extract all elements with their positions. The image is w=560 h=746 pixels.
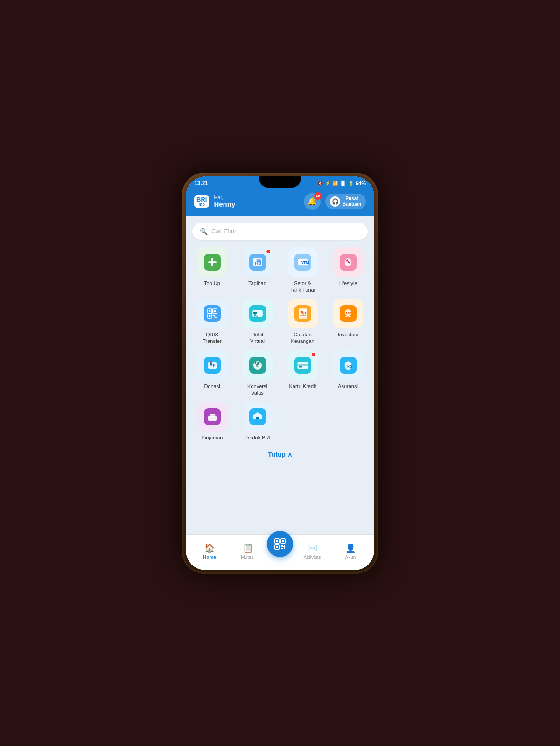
notification-button[interactable]: 🔔 19 (304, 193, 321, 210)
svg-text:Rp: Rp (255, 260, 261, 265)
feature-label-investasi: Investasi (338, 331, 358, 338)
svg-rect-59 (281, 548, 282, 549)
feature-icon-wrap-top-up (197, 247, 227, 277)
feature-setor-tarik[interactable]: ATMSetor & Tarik Tunai (283, 247, 322, 293)
feature-label-top-up: Top Up (204, 280, 220, 286)
battery-percent: 64% (356, 181, 366, 186)
feature-icon-wrap-debit-virtual: Rp (243, 299, 273, 328)
feature-konversi-valas[interactable]: $→RpKonversi Valas (238, 350, 277, 397)
greeting-label: Hai, (214, 195, 235, 200)
feature-label-tagihan: Tagihan (248, 280, 266, 286)
feature-pinjaman[interactable]: Pinjaman (192, 402, 232, 441)
greeting-section: Hai, Henny (214, 195, 235, 208)
pusat-bantuan-button[interactable]: 🎧 Pusat Bantuan (325, 194, 366, 209)
svg-text:Rp: Rp (210, 362, 215, 367)
feature-icon-wrap-investasi: Rp (333, 299, 363, 328)
feature-icon-wrap-produk-bri (243, 402, 273, 432)
battery-icon: 🔋 (348, 181, 354, 186)
qris-center-button[interactable] (267, 531, 293, 557)
tutup-button[interactable]: Tutup ∧ (192, 446, 368, 461)
akun-icon: 👤 (345, 543, 356, 553)
svg-rect-60 (282, 548, 283, 549)
features-grid: Top UpRpTagihanATMSetor & Tarik TunaiLif… (192, 247, 368, 441)
feature-label-catatan-keuangan: Catatan Keuangan (291, 331, 314, 345)
mutasi-icon: 📋 (243, 543, 253, 553)
svg-rect-2 (211, 258, 213, 266)
bri-brand-bottom: mo (198, 202, 205, 207)
notification-dot-kartu-kredit (311, 352, 316, 357)
feature-label-konversi-valas: Konversi Valas (247, 383, 267, 397)
feature-donasi[interactable]: RpDonasi (192, 350, 232, 397)
search-bar[interactable]: 🔍 Cari Fitur (192, 223, 368, 240)
brand-section: BRI mo Hai, Henny (194, 195, 235, 208)
svg-rect-15 (213, 310, 216, 312)
feature-qris-transfer[interactable]: QRIS Transfer (192, 299, 232, 345)
akun-label: Akun (345, 555, 356, 560)
notif-badge: 19 (314, 192, 322, 200)
svg-rect-55 (282, 545, 283, 546)
feature-icon-wrap-konversi-valas: $→Rp (243, 350, 273, 380)
feature-produk-bri[interactable]: Produk BRI (238, 402, 277, 441)
feature-asuransi[interactable]: RpAsuransi (328, 350, 368, 397)
phone-outer: 13.21 🔇 ⚡ 📶 ▐▌ 🔋 64% BRI mo (182, 173, 378, 574)
svg-rect-54 (281, 545, 282, 546)
nav-item-aktivitas[interactable]: ✉️ Aktivitas (293, 543, 331, 560)
svg-rect-38 (299, 366, 302, 367)
nav-item-mutasi[interactable]: 📋 Mutasi (229, 543, 267, 560)
phone-inner: 13.21 🔇 ⚡ 📶 ▐▌ 🔋 64% BRI mo (186, 176, 374, 570)
headset-icon: 🎧 (330, 196, 340, 207)
svg-rect-61 (284, 547, 285, 549)
mutasi-label: Mutasi (241, 555, 254, 560)
status-right: 🔇 ⚡ 📶 ▐▌ 🔋 64% (317, 181, 366, 186)
feature-investasi[interactable]: RpInvestasi (328, 299, 368, 345)
bottom-nav: 🏠 Home 📋 Mutasi (186, 534, 374, 570)
feature-label-setor-tarik: Setor & Tarik Tunai (290, 280, 315, 293)
svg-rect-53 (276, 546, 278, 548)
bluetooth-icon: ⚡ (325, 181, 330, 186)
svg-rect-47 (256, 417, 259, 419)
main-content: 🔍 Cari Fitur Top UpRpTagihanATMSetor & T… (186, 216, 374, 534)
nav-item-akun[interactable]: 👤 Akun (331, 543, 370, 560)
status-bar: 13.21 🔇 ⚡ 📶 ▐▌ 🔋 64% (186, 176, 374, 188)
bri-logo-box: BRI mo (194, 195, 209, 208)
user-name: Henny (214, 200, 235, 208)
svg-rect-24 (299, 315, 306, 316)
svg-rect-52 (282, 540, 284, 542)
feature-label-kartu-kredit: Kartu Kredit (289, 383, 316, 390)
feature-tagihan[interactable]: RpTagihan (238, 247, 277, 293)
feature-debit-virtual[interactable]: RpDebit Virtual (238, 299, 277, 345)
svg-rect-42 (208, 416, 217, 421)
qris-icon (273, 537, 287, 551)
svg-rect-37 (297, 364, 308, 366)
feature-label-asuransi: Asuransi (338, 383, 358, 390)
chevron-up-icon: ∧ (287, 451, 292, 458)
feature-label-lifestyle: Lifestyle (338, 280, 357, 286)
feature-lifestyle[interactable]: Lifestyle (328, 247, 368, 293)
feature-top-up[interactable]: Top Up (192, 247, 232, 293)
home-icon: 🏠 (204, 543, 215, 553)
status-time: 13.21 (194, 180, 208, 187)
feature-label-qris-transfer: QRIS Transfer (203, 331, 222, 345)
bri-brand-top: BRI (196, 196, 207, 202)
svg-text:Rp: Rp (254, 314, 258, 318)
header-actions: 🔔 19 🎧 Pusat Bantuan (304, 193, 366, 210)
feature-icon-wrap-tagihan: Rp (243, 247, 273, 277)
aktivitas-icon: ✉️ (307, 543, 317, 553)
wifi-icon: 📶 (332, 181, 338, 186)
svg-text:Rp: Rp (346, 363, 352, 368)
feature-label-donasi: Donasi (204, 383, 220, 390)
feature-label-pinjaman: Pinjaman (202, 434, 223, 441)
svg-rect-14 (208, 310, 210, 312)
search-placeholder-text: Cari Fitur (211, 228, 236, 235)
feature-kartu-kredit[interactable]: Kartu Kredit (283, 350, 322, 397)
svg-rect-58 (282, 546, 285, 547)
signal-icon: ▐▌ (340, 181, 346, 186)
mute-icon: 🔇 (317, 181, 323, 186)
svg-text:Rp: Rp (346, 311, 351, 315)
svg-rect-56 (284, 545, 285, 546)
feature-catatan-keuangan[interactable]: RpCatatan Keuangan (283, 299, 322, 345)
home-label: Home (203, 555, 216, 560)
nav-item-home[interactable]: 🏠 Home (190, 543, 229, 560)
svg-rect-10 (204, 305, 221, 322)
search-icon: 🔍 (200, 228, 208, 235)
